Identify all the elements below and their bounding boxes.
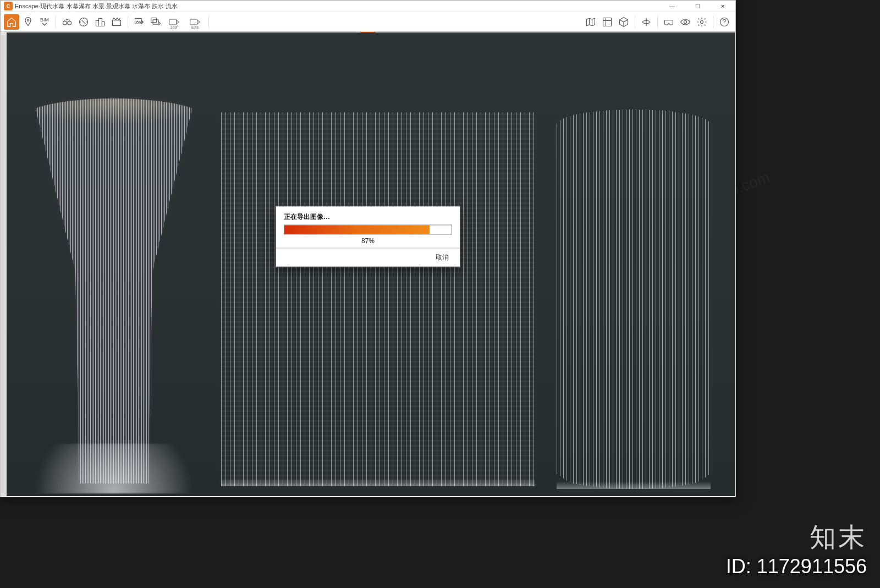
bim-label: BIM <box>40 18 49 23</box>
help-icon <box>719 17 730 28</box>
app-window: C Enscape - 现代水幕 水幕瀑布 水景 景观水幕 水瀑布 跌水 流水 … <box>0 0 736 497</box>
vr-button[interactable] <box>661 14 676 30</box>
progress-percent: 87% <box>284 237 452 244</box>
library-icon <box>602 17 613 28</box>
maximize-button[interactable]: ☐ <box>685 1 710 12</box>
clapperboard-button[interactable] <box>109 14 124 30</box>
orbit-dropdown[interactable] <box>639 14 654 30</box>
visual-settings-button[interactable] <box>678 14 693 30</box>
asset-library-button[interactable] <box>600 14 615 30</box>
pano-360-label: 360° <box>170 25 178 29</box>
toolbar-separator <box>713 16 713 28</box>
eye-gear-icon <box>680 17 691 28</box>
clapperboard-icon <box>111 17 122 28</box>
toolbar-separator <box>128 16 128 28</box>
exe-export-button[interactable]: EXE <box>185 14 205 30</box>
toolbar-separator <box>208 16 209 28</box>
cancel-button[interactable]: 取消 <box>432 251 452 263</box>
viewport-left-gutter <box>1 32 7 496</box>
svg-point-1 <box>63 21 67 25</box>
map-button[interactable] <box>583 14 598 30</box>
binoculars-icon <box>62 17 73 28</box>
svg-point-12 <box>701 20 703 23</box>
chevron-down-icon <box>42 23 47 26</box>
pano-export-button[interactable]: 360° <box>164 14 184 30</box>
close-button[interactable]: ✕ <box>710 1 735 12</box>
buildings-button[interactable] <box>92 14 108 30</box>
waterfall-model-vase <box>18 98 210 483</box>
exe-label: EXE <box>191 25 199 29</box>
minimize-button[interactable]: — <box>659 1 685 12</box>
cube-icon <box>618 17 629 28</box>
id-watermark: ID: 1172911556 <box>726 555 867 578</box>
brand-watermark: 知末 <box>810 520 867 555</box>
vr-headset-icon <box>663 17 674 28</box>
svg-rect-8 <box>169 19 177 25</box>
waterfall-model-flat <box>221 112 535 486</box>
map-icon <box>585 17 596 28</box>
page-background: znzmo.com znzmo.com znzmo.com znzmo.com … <box>0 0 880 588</box>
batch-export-button[interactable] <box>148 14 163 30</box>
app-name: Enscape <box>15 3 38 9</box>
location-pin-button[interactable] <box>20 14 36 30</box>
location-pin-icon <box>23 17 34 28</box>
svg-point-11 <box>684 20 687 23</box>
batch-export-icon <box>150 17 161 28</box>
compass-button[interactable] <box>76 14 91 30</box>
waterfall-model-curved <box>557 109 711 489</box>
export-image-button[interactable] <box>131 14 147 30</box>
viewport-3d[interactable]: 正在导出图像… 87% 取消 <box>1 32 735 496</box>
toolbar-separator <box>56 16 56 28</box>
settings-button[interactable] <box>694 14 710 30</box>
svg-point-0 <box>27 19 29 21</box>
buildings-icon <box>95 17 106 28</box>
home-icon <box>6 17 17 28</box>
image-export-icon <box>134 17 145 28</box>
progress-fill <box>284 225 430 234</box>
progress-bar <box>284 224 452 234</box>
help-button[interactable] <box>717 14 732 30</box>
binoculars-button[interactable] <box>59 14 75 30</box>
svg-rect-9 <box>190 19 197 25</box>
compass-icon <box>78 17 89 28</box>
svg-rect-6 <box>151 18 157 22</box>
app-icon: C <box>4 2 13 10</box>
orbit-icon <box>641 17 652 28</box>
svg-rect-4 <box>113 20 121 25</box>
svg-rect-5 <box>135 18 142 24</box>
toolbar-separator <box>657 16 658 28</box>
svg-point-2 <box>68 21 72 25</box>
window-controls: — ☐ ✕ <box>659 1 735 12</box>
dialog-title: 正在导出图像… <box>284 212 452 221</box>
export-progress-dialog: 正在导出图像… 87% 取消 <box>276 206 460 267</box>
document-title: 现代水幕 水幕瀑布 水景 景观水幕 水瀑布 跌水 流水 <box>40 2 177 10</box>
cube-dropdown[interactable] <box>616 14 631 30</box>
titlebar[interactable]: C Enscape - 现代水幕 水幕瀑布 水景 景观水幕 水瀑布 跌水 流水 … <box>1 1 735 12</box>
home-button[interactable] <box>4 14 19 30</box>
toolbar-separator <box>635 16 635 28</box>
gear-icon <box>696 17 707 28</box>
toolbar: BIM 360° <box>1 12 735 32</box>
svg-rect-10 <box>603 18 612 26</box>
bim-dropdown[interactable]: BIM <box>37 14 52 30</box>
svg-rect-7 <box>153 19 158 24</box>
